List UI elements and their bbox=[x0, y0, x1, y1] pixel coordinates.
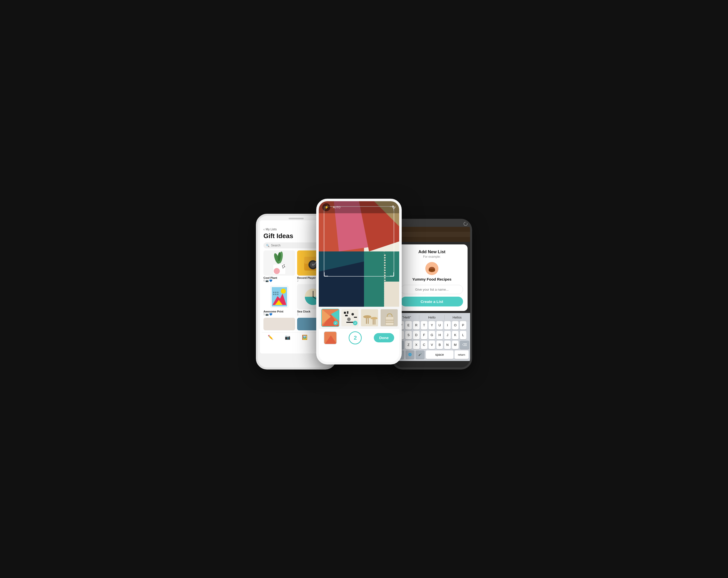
strip-thumb-4-svg bbox=[381, 309, 398, 327]
svg-point-49 bbox=[384, 275, 386, 276]
key-return[interactable]: return bbox=[454, 351, 469, 359]
flash-button[interactable]: ⚡ bbox=[322, 203, 330, 211]
key-h[interactable]: H bbox=[436, 331, 443, 339]
modal-example-image bbox=[425, 262, 438, 275]
keyboard-row-1: W E R T Y U I O P bbox=[394, 321, 470, 330]
list-name-input[interactable] bbox=[401, 285, 463, 294]
key-o[interactable]: O bbox=[452, 321, 459, 330]
left-speaker bbox=[289, 218, 304, 219]
example-image-svg bbox=[427, 264, 437, 274]
awesome-print-label: Awesome Print bbox=[263, 310, 295, 313]
key-i[interactable]: I bbox=[444, 321, 451, 330]
selected-preview bbox=[324, 331, 337, 345]
svg-point-1 bbox=[274, 268, 280, 274]
svg-point-21 bbox=[277, 292, 279, 293]
scene: ‹ My Lists Gift Ideas 🔍 bbox=[256, 199, 472, 380]
key-space[interactable]: space bbox=[426, 351, 453, 359]
keyboard-row-3: ⇧ Z X C V B N M ⌫ bbox=[394, 340, 470, 349]
key-s[interactable]: S bbox=[405, 331, 412, 339]
key-c[interactable]: C bbox=[421, 340, 427, 349]
plant-svg bbox=[268, 250, 291, 276]
key-backspace[interactable]: ⌫ bbox=[460, 340, 469, 349]
svg-rect-69 bbox=[366, 318, 367, 324]
awesome-print-meta: 5 📷 💙 bbox=[263, 313, 295, 316]
strip-item-2[interactable] bbox=[341, 309, 359, 327]
key-mic[interactable]: 🎤 bbox=[416, 351, 424, 359]
strip-check-1 bbox=[333, 321, 338, 325]
refresh-icon[interactable]: ↻ bbox=[392, 204, 396, 210]
keyboard-row-2: A S D F G H J K L bbox=[394, 331, 470, 339]
suggestion-2[interactable]: Hello bbox=[419, 315, 444, 320]
key-m[interactable]: M bbox=[452, 340, 459, 349]
key-t[interactable]: T bbox=[421, 321, 427, 330]
key-b[interactable]: B bbox=[436, 340, 443, 349]
svg-point-44 bbox=[384, 262, 386, 264]
grid-item-cool-plant[interactable]: Cool Plant 6 📷 💙 bbox=[263, 250, 295, 282]
mid-screen: ⚡ AUTO ↻ bbox=[319, 201, 399, 362]
key-u[interactable]: U bbox=[436, 321, 443, 330]
nav-edit-icon[interactable]: ✏️ bbox=[268, 335, 273, 340]
svg-rect-60 bbox=[347, 311, 348, 314]
bg-strip-svg bbox=[394, 227, 470, 242]
grid-item-awesome-print[interactable]: Awesome Print 5 📷 💙 bbox=[263, 284, 295, 316]
svg-point-64 bbox=[347, 318, 351, 321]
modal-subtitle: For example: bbox=[401, 255, 463, 258]
thumbnail-strip bbox=[319, 307, 399, 329]
mid-top-bar: ⚡ AUTO ↻ bbox=[319, 201, 399, 213]
add-list-modal: Add New List For example: Yum bbox=[396, 244, 468, 311]
chevron-left-icon: ‹ bbox=[263, 227, 265, 231]
partial-thumb-1 bbox=[263, 318, 295, 330]
key-d[interactable]: D bbox=[413, 331, 420, 339]
svg-point-2 bbox=[282, 266, 283, 267]
key-v[interactable]: V bbox=[428, 340, 435, 349]
suggestion-3[interactable]: Hellos bbox=[445, 315, 470, 320]
key-l[interactable]: L bbox=[460, 331, 466, 339]
svg-point-23 bbox=[275, 294, 277, 295]
main-image-area bbox=[319, 201, 399, 307]
svg-rect-75 bbox=[386, 317, 394, 325]
grid-item-partial-1 bbox=[263, 318, 295, 330]
key-g[interactable]: G bbox=[428, 331, 435, 339]
key-p[interactable]: P bbox=[460, 321, 466, 330]
key-n[interactable]: N bbox=[444, 340, 451, 349]
mid-bottom-bar: 2 Done bbox=[319, 329, 399, 348]
key-x[interactable]: X bbox=[413, 340, 420, 349]
svg-point-4 bbox=[283, 267, 284, 268]
svg-rect-73 bbox=[374, 320, 375, 325]
flash-icon: ⚡ bbox=[324, 205, 329, 209]
create-list-button[interactable]: Create a List bbox=[401, 297, 463, 306]
svg-point-26 bbox=[281, 288, 286, 294]
key-z[interactable]: Z bbox=[405, 340, 412, 349]
key-y[interactable]: Y bbox=[428, 321, 435, 330]
key-k[interactable]: K bbox=[452, 331, 459, 339]
strip-item-4[interactable] bbox=[380, 309, 398, 327]
key-r[interactable]: R bbox=[413, 321, 420, 330]
svg-point-43 bbox=[384, 259, 386, 261]
strip-item-1[interactable] bbox=[321, 309, 339, 327]
key-e[interactable]: E bbox=[405, 321, 412, 330]
svg-point-41 bbox=[384, 254, 386, 256]
camera-switch-icon[interactable] bbox=[464, 222, 468, 226]
back-label: My Lists bbox=[266, 227, 277, 231]
svg-rect-76 bbox=[386, 320, 394, 321]
strip-item-3[interactable] bbox=[361, 309, 379, 327]
key-f[interactable]: F bbox=[421, 331, 427, 339]
search-icon: 🔍 bbox=[266, 244, 269, 247]
nav-camera-icon[interactable]: 📷 bbox=[285, 335, 290, 340]
svg-point-50 bbox=[384, 277, 386, 279]
svg-point-22 bbox=[273, 294, 275, 295]
svg-rect-77 bbox=[386, 322, 394, 323]
auto-label: AUTO bbox=[333, 206, 340, 209]
right-top-bar bbox=[394, 221, 470, 227]
key-j[interactable]: J bbox=[444, 331, 451, 339]
strip-check-2 bbox=[353, 321, 358, 325]
modal-title: Add New List bbox=[401, 249, 463, 254]
done-button[interactable]: Done bbox=[374, 333, 394, 342]
svg-rect-53 bbox=[384, 282, 399, 307]
nav-gallery-icon[interactable]: 🖼️ bbox=[302, 335, 307, 340]
svg-point-45 bbox=[384, 265, 386, 266]
svg-point-47 bbox=[384, 270, 386, 271]
svg-rect-59 bbox=[344, 312, 346, 314]
svg-point-48 bbox=[384, 272, 386, 274]
key-globe[interactable]: 🌐 bbox=[406, 351, 415, 359]
